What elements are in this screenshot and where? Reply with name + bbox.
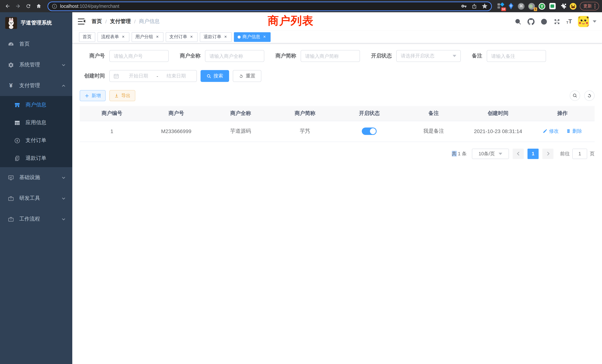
page-size-select[interactable]: 10条/页 bbox=[472, 149, 509, 159]
sidebar-item-dev-tools[interactable]: 研发工具 bbox=[0, 188, 72, 209]
close-icon[interactable]: × bbox=[155, 34, 160, 39]
tab-pay-order[interactable]: 支付订单× bbox=[166, 32, 198, 42]
reset-button[interactable]: 重置 bbox=[233, 70, 261, 82]
sidebar-collapse-icon[interactable] bbox=[78, 18, 85, 25]
add-button[interactable]: 新增 bbox=[80, 90, 106, 101]
sidebar-item-label: 退款订单 bbox=[26, 155, 46, 162]
add-button-label: 新增 bbox=[92, 93, 101, 99]
avatar-caret-icon[interactable] bbox=[593, 20, 596, 23]
share-icon[interactable] bbox=[471, 3, 477, 9]
refresh-button[interactable] bbox=[584, 90, 595, 101]
chevron-down-icon bbox=[62, 175, 66, 180]
svg-text:?: ? bbox=[543, 20, 545, 23]
chevron-down-icon bbox=[62, 196, 66, 200]
browser-forward-icon[interactable] bbox=[13, 2, 22, 11]
browser-back-icon[interactable] bbox=[3, 2, 12, 11]
search-button[interactable]: 搜索 bbox=[201, 70, 229, 82]
next-page-button[interactable] bbox=[542, 149, 553, 159]
browser-home-icon[interactable] bbox=[34, 2, 43, 11]
close-icon[interactable]: × bbox=[262, 34, 267, 39]
sidebar-item-app-info[interactable]: 应用信息 bbox=[0, 114, 72, 132]
svg-text:¥: ¥ bbox=[16, 139, 18, 142]
sidebar-item-pay-order[interactable]: ¥ 支付订单 bbox=[0, 132, 72, 149]
extension-badge: 10 bbox=[501, 7, 506, 11]
extension-green-y-icon[interactable]: Y bbox=[538, 3, 546, 10]
close-icon[interactable]: × bbox=[189, 34, 194, 39]
browser-reload-icon[interactable] bbox=[24, 2, 33, 11]
edit-link[interactable]: 修改 bbox=[543, 128, 559, 135]
export-button[interactable]: 导出 bbox=[109, 90, 135, 101]
browser-update-button[interactable]: 更新 bbox=[580, 2, 599, 10]
end-date-placeholder[interactable]: 结束日期 bbox=[160, 73, 193, 79]
font-size-icon[interactable]: TT bbox=[566, 19, 572, 24]
tab-process-form[interactable]: 流程表单× bbox=[97, 32, 129, 42]
update-label: 更新 bbox=[583, 3, 592, 9]
github-icon[interactable] bbox=[527, 18, 534, 25]
extension-recorder-icon[interactable]: 1 bbox=[528, 3, 535, 10]
bookmark-star-icon[interactable] bbox=[482, 3, 487, 9]
extension-grid-icon[interactable]: 10 bbox=[497, 3, 504, 10]
tab-user-group[interactable]: 用户分组× bbox=[132, 32, 163, 42]
address-bar[interactable]: localhost:1024/pay/merchant bbox=[47, 1, 492, 11]
sidebar-item-home[interactable]: 首页 bbox=[0, 34, 72, 54]
prev-page-button[interactable] bbox=[513, 149, 524, 159]
chevron-down-icon bbox=[499, 152, 502, 155]
table-row: 1 M233666999 芋道源码 芋艿 我是备注 2021-10-23 08:… bbox=[80, 121, 595, 142]
cell-remark: 我是备注 bbox=[401, 121, 466, 142]
create-time-range-picker[interactable]: 开始日期 - 结束日期 bbox=[109, 70, 197, 82]
cell-full-name: 芋道源码 bbox=[208, 121, 273, 142]
password-key-icon[interactable] bbox=[461, 3, 466, 9]
sidebar-item-infra[interactable]: 基础设施 bbox=[0, 167, 72, 188]
page-number-button[interactable]: 1 bbox=[527, 149, 539, 159]
sidebar-item-label: 工作流程 bbox=[19, 216, 40, 222]
column-header: 商户简称 bbox=[273, 106, 337, 121]
extension-command-icon[interactable]: ⌘ bbox=[518, 3, 525, 10]
tab-merchant-info[interactable]: 商户信息× bbox=[234, 32, 271, 42]
gear-icon bbox=[8, 62, 14, 68]
tab-home[interactable]: 首页 bbox=[79, 32, 95, 42]
toggle-search-button[interactable] bbox=[570, 90, 580, 101]
sidebar-item-pay[interactable]: ¥ 支付管理 bbox=[0, 75, 72, 96]
filter-row-1: 商户号 商户全称 商户简称 开启状态 请选择开启状态 bbox=[80, 50, 595, 62]
breadcrumb-pay[interactable]: 支付管理 bbox=[110, 18, 131, 25]
merchant-full-name-input[interactable] bbox=[205, 50, 264, 62]
extension-chat-icon[interactable] bbox=[549, 3, 556, 10]
page-size-value: 10条/页 bbox=[479, 150, 495, 157]
status-select[interactable]: 请选择开启状态 bbox=[396, 50, 461, 62]
header-search-icon[interactable] bbox=[514, 18, 521, 25]
merchant-short-name-input[interactable] bbox=[301, 50, 360, 62]
start-date-placeholder[interactable]: 开始日期 bbox=[122, 73, 155, 79]
user-avatar[interactable] bbox=[578, 16, 589, 27]
close-icon[interactable]: × bbox=[121, 34, 126, 39]
sidebar-item-merchant-info[interactable]: 商户信息 bbox=[0, 96, 72, 114]
filter-label: 商户全称 bbox=[180, 53, 201, 59]
fullscreen-icon[interactable] bbox=[553, 18, 560, 25]
extension-emoji-icon[interactable] bbox=[570, 3, 577, 10]
close-icon[interactable]: × bbox=[223, 34, 228, 39]
pagination: 共 1 条 10条/页 1 前往 页 bbox=[80, 149, 595, 159]
merchant-no-input[interactable] bbox=[109, 50, 169, 62]
sidebar-item-refund-order[interactable]: 退款订单 bbox=[0, 149, 72, 167]
column-header: 开启状态 bbox=[337, 106, 401, 121]
extension-kite-icon[interactable] bbox=[507, 3, 514, 10]
extension-puzzle-icon[interactable] bbox=[559, 3, 566, 10]
tab-refund-order[interactable]: 退款订单× bbox=[200, 32, 232, 42]
goto-page-input[interactable] bbox=[572, 149, 587, 159]
sidebar-item-label: 应用信息 bbox=[26, 119, 46, 126]
tab-label: 支付订单 bbox=[169, 34, 187, 40]
status-toggle[interactable] bbox=[362, 128, 377, 135]
sidebar-item-workflow[interactable]: 工作流程 bbox=[0, 209, 72, 229]
sidebar-item-system[interactable]: 系统管理 bbox=[0, 54, 72, 75]
sidebar: 芋道管理系统 首页 系统管理 ¥ 支付管理 bbox=[0, 12, 72, 364]
breadcrumb-home[interactable]: 首页 bbox=[92, 18, 102, 25]
page-content: 商户号 商户全称 商户简称 开启状态 请选择开启状态 bbox=[72, 43, 602, 364]
browser-menu-icon[interactable] bbox=[594, 4, 595, 9]
remark-input[interactable] bbox=[487, 50, 546, 62]
site-info-icon[interactable] bbox=[52, 3, 57, 9]
delete-link[interactable]: 删除 bbox=[566, 128, 582, 135]
sidebar-submenu-pay: 商户信息 应用信息 ¥ 支付订单 退款订单 bbox=[0, 96, 72, 167]
column-header: 商户编号 bbox=[80, 106, 144, 121]
help-icon[interactable]: ? bbox=[540, 18, 547, 25]
cell-short-name: 芋艿 bbox=[273, 121, 337, 142]
app-logo[interactable]: 芋道管理系统 bbox=[0, 12, 72, 34]
